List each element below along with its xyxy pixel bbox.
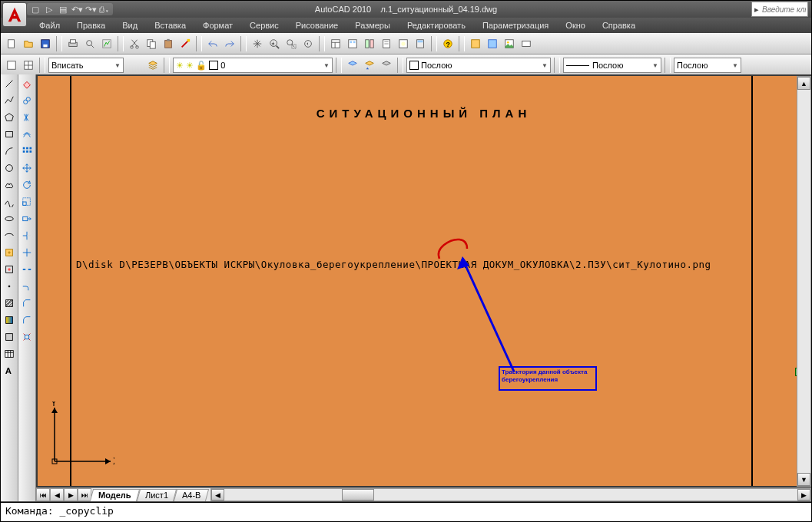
pline-button[interactable] — [2, 93, 17, 108]
point-button[interactable] — [2, 279, 17, 294]
rect-button[interactable] — [2, 127, 17, 142]
field-button[interactable] — [519, 36, 534, 51]
copy-button[interactable] — [144, 36, 159, 51]
color-combo[interactable]: Послою▼ — [406, 58, 551, 73]
plot-button[interactable] — [65, 36, 81, 51]
tab-first[interactable]: ⏮ — [36, 488, 50, 501]
menu-file[interactable]: Файл — [31, 19, 68, 31]
menu-window[interactable]: Окно — [558, 19, 593, 31]
tab-next[interactable]: ▶ — [64, 488, 78, 501]
menu-dimension[interactable]: Размеры — [347, 19, 398, 31]
qat-save-icon[interactable]: ▤ — [58, 4, 68, 15]
annotation-box[interactable]: Траектория данной объекта берегоукреплен… — [499, 366, 597, 391]
zoom-prev-button[interactable] — [300, 36, 316, 51]
tab-model[interactable]: Модель — [90, 489, 140, 501]
offset-button[interactable] — [19, 127, 35, 142]
vscroll-down[interactable]: ▼ — [797, 473, 810, 486]
fillet-button[interactable] — [19, 312, 35, 328]
ellipse-arc-button[interactable] — [2, 228, 17, 243]
vscroll-up[interactable]: ▲ — [797, 77, 810, 90]
vp-single-button[interactable] — [4, 58, 19, 73]
tab-sheet2[interactable]: А4-В — [173, 489, 209, 501]
qat-undo-icon[interactable]: ↶▾ — [71, 4, 82, 15]
layer-prev-button[interactable] — [362, 58, 377, 73]
menu-insert[interactable]: Вставка — [147, 19, 194, 31]
properties-button[interactable] — [328, 36, 343, 51]
join-button[interactable] — [19, 279, 35, 294]
layer-states-button[interactable] — [345, 58, 360, 73]
dcenter-button[interactable] — [345, 36, 360, 51]
rotate-button[interactable] — [19, 177, 35, 193]
help-search[interactable]: ▸ — [751, 2, 808, 17]
zoom-win-button[interactable] — [283, 36, 299, 51]
tab-prev[interactable]: ◀ — [50, 488, 64, 501]
scale-combo[interactable]: Вписать▼ — [48, 58, 124, 73]
lineweight-combo[interactable]: Послою▼ — [674, 58, 741, 73]
qat-new-icon[interactable]: ▢ — [30, 4, 41, 15]
qat-redo-icon[interactable]: ↷▾ — [85, 4, 96, 15]
menu-draw[interactable]: Рисование — [288, 19, 346, 31]
xref-button[interactable] — [485, 36, 500, 51]
zoom-rt-button[interactable]: ± — [267, 36, 282, 51]
qat-open-icon[interactable]: ▷ — [44, 4, 55, 15]
extend-button[interactable] — [19, 245, 35, 260]
qat-print-icon[interactable]: ⎙▾ — [99, 4, 110, 15]
tool-palettes-button[interactable] — [362, 36, 377, 51]
drawing-canvas[interactable]: СИТУАЦИОННЫЙ ПЛАН D\disk D\РЕЗЕРВ\ОБЪЕКТ… — [38, 76, 810, 486]
explode-button[interactable] — [19, 329, 35, 345]
preview-button[interactable] — [82, 36, 98, 51]
insert-button[interactable] — [2, 245, 17, 260]
copy-obj-button[interactable] — [19, 93, 35, 108]
erase-button[interactable] — [19, 76, 35, 91]
block-button[interactable] — [468, 36, 483, 51]
new-button[interactable] — [4, 36, 19, 51]
chamfer-button[interactable] — [19, 296, 35, 311]
ellipse-button[interactable] — [2, 211, 17, 226]
arc-button[interactable] — [2, 144, 17, 159]
app-menu-button[interactable] — [2, 2, 27, 27]
calc-button[interactable] — [413, 36, 428, 51]
region-button[interactable] — [2, 329, 17, 345]
line-button[interactable] — [2, 76, 17, 91]
mirror-button[interactable] — [19, 110, 35, 125]
menu-edit[interactable]: Правка — [69, 19, 113, 31]
gradient-button[interactable] — [2, 312, 17, 328]
hscroll-left[interactable]: ◀ — [211, 489, 224, 501]
menu-modify[interactable]: Редактировать — [399, 19, 473, 31]
vp-multi-button[interactable] — [21, 58, 36, 73]
revcloud-button[interactable] — [2, 177, 17, 193]
hscroll-right[interactable]: ▶ — [797, 489, 810, 501]
command-line[interactable]: Команда: _copyclip — [1, 502, 811, 521]
table-button[interactable] — [2, 346, 17, 362]
hscroll-thumb[interactable] — [342, 489, 374, 501]
menu-help[interactable]: Справка — [595, 19, 643, 31]
scale-button[interactable] — [19, 194, 35, 210]
search-input[interactable] — [761, 5, 807, 15]
vertical-scrollbar[interactable]: ▲ ▼ — [797, 76, 811, 487]
break-button[interactable] — [19, 262, 35, 277]
menu-format[interactable]: Формат — [195, 19, 240, 31]
mtext-button[interactable]: A — [2, 363, 17, 378]
pan-button[interactable] — [250, 36, 265, 51]
paste-button[interactable] — [161, 36, 176, 51]
redo-button[interactable] — [222, 36, 237, 51]
layer-props-button[interactable] — [145, 58, 161, 73]
circle-button[interactable] — [2, 160, 17, 176]
image-button[interactable] — [502, 36, 517, 51]
array-button[interactable] — [19, 144, 35, 159]
layer-combo[interactable]: ☀ ☀ 🔓 0 ▼ — [173, 58, 333, 73]
save-button[interactable] — [38, 36, 53, 51]
open-button[interactable] — [21, 36, 36, 51]
trim-button[interactable] — [19, 228, 35, 243]
help-button[interactable]: ? — [440, 36, 456, 51]
cut-button[interactable] — [127, 36, 142, 51]
linetype-combo[interactable]: Послою▼ — [563, 58, 661, 73]
menu-parametric[interactable]: Параметризация — [475, 19, 556, 31]
match-button[interactable] — [177, 36, 193, 51]
sheet-set-button[interactable] — [379, 36, 394, 51]
menu-tools[interactable]: Сервис — [242, 19, 287, 31]
stretch-button[interactable] — [19, 211, 35, 226]
undo-button[interactable] — [205, 36, 220, 51]
polygon-button[interactable] — [2, 110, 17, 125]
publish-button[interactable] — [99, 36, 114, 51]
